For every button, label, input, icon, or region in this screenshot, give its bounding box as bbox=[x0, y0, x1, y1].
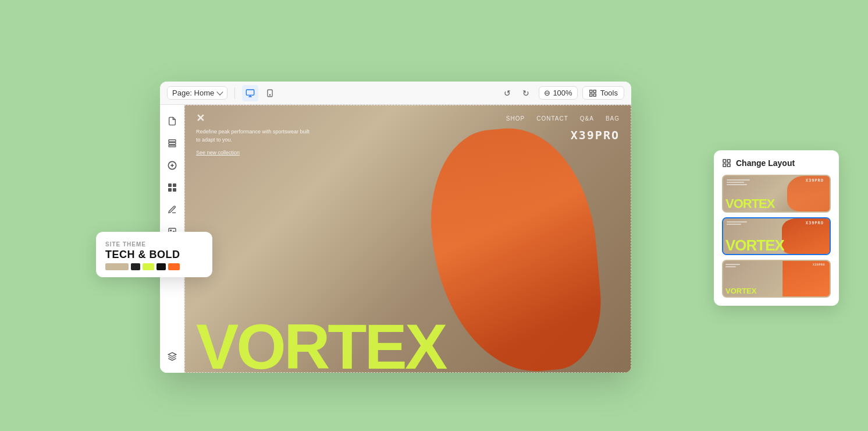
editor-toolbar: Page: Home ↺ ↻ ⊖ 100% bbox=[160, 82, 631, 105]
lp1-text-lines bbox=[727, 179, 750, 186]
editor-canvas[interactable]: ✕ SHOP CONTACT Q&A BAG Redefine peak per… bbox=[184, 105, 631, 373]
swatch-black-1 bbox=[131, 263, 140, 270]
sidebar-icon-add[interactable] bbox=[163, 156, 182, 175]
layout-preview-1: X39PRO VORTEX bbox=[723, 176, 830, 211]
device-icons-group bbox=[242, 85, 278, 101]
hero-tagline: Redefine peak performance with sportswea… bbox=[196, 128, 312, 144]
svg-rect-16 bbox=[723, 160, 726, 162]
undo-button[interactable]: ↺ bbox=[499, 85, 515, 101]
svg-point-2 bbox=[270, 94, 271, 95]
redo-button[interactable]: ↻ bbox=[518, 85, 534, 101]
lp2-vortex: VORTEX bbox=[725, 238, 784, 253]
site-brand-mark: X39PRO bbox=[571, 128, 620, 142]
toolbar-right: ↺ ↻ ⊖ 100% Tools bbox=[499, 85, 624, 101]
swatch-tan bbox=[105, 263, 129, 270]
site-logo-x: ✕ bbox=[196, 112, 205, 125]
lp2-text-lines bbox=[727, 221, 747, 226]
tools-icon bbox=[589, 89, 597, 97]
swatch-black-2 bbox=[156, 263, 166, 270]
tools-label: Tools bbox=[600, 89, 618, 97]
editor-window: Page: Home ↺ ↻ ⊖ 100% bbox=[160, 82, 631, 373]
toolbar-divider-1 bbox=[234, 87, 235, 99]
swatch-orange bbox=[168, 263, 180, 270]
layout-option-2[interactable]: X39PRO VORTEX bbox=[722, 217, 831, 255]
theme-card-title: Tech & Bold bbox=[105, 249, 203, 261]
sidebar-icon-layers[interactable] bbox=[163, 347, 182, 366]
hero-link: See new collection bbox=[196, 150, 240, 156]
change-layout-title: Change Layout bbox=[736, 158, 795, 168]
lp1-vortex: VORTEX bbox=[725, 197, 774, 210]
svg-rect-7 bbox=[169, 140, 176, 142]
site-nav-links: SHOP CONTACT Q&A BAG bbox=[506, 115, 620, 122]
lp1-brand: X39PRO bbox=[806, 178, 824, 183]
layout-option-1[interactable]: X39PRO VORTEX bbox=[722, 175, 831, 213]
change-layout-panel: Change Layout X39PRO VORTEX bbox=[714, 150, 839, 306]
tools-button[interactable]: Tools bbox=[582, 86, 624, 100]
svg-rect-8 bbox=[169, 143, 176, 144]
sidebar-icon-design[interactable] bbox=[163, 200, 182, 219]
svg-rect-9 bbox=[169, 145, 176, 147]
layout-preview-2: X39PRO VORTEX bbox=[723, 218, 830, 254]
sidebar-icon-sections[interactable] bbox=[163, 134, 182, 153]
svg-rect-5 bbox=[593, 94, 596, 96]
zoom-level-label: 100% bbox=[553, 89, 572, 97]
sidebar-icon-apps[interactable] bbox=[163, 178, 182, 197]
lp3-brand: X39PRO bbox=[813, 263, 825, 266]
layout-options: X39PRO VORTEX X39PRO VORTEX bbox=[722, 175, 831, 298]
svg-rect-6 bbox=[589, 94, 592, 96]
sidebar-icon-pages[interactable] bbox=[163, 112, 182, 130]
nav-link-contact: CONTACT bbox=[536, 115, 568, 122]
theme-swatches bbox=[105, 263, 203, 270]
svg-rect-17 bbox=[727, 160, 730, 162]
svg-point-14 bbox=[170, 230, 171, 231]
lp3-vortex: VORTEX bbox=[725, 287, 756, 295]
site-hero-text: Redefine peak performance with sportswea… bbox=[196, 128, 312, 157]
layout-panel-icon bbox=[722, 158, 731, 168]
site-vortex-text: VORTEX bbox=[196, 315, 445, 373]
lp2-brand: X39PRO bbox=[806, 221, 824, 225]
page-selector-chevron-icon bbox=[217, 89, 223, 95]
theme-card: SITE THEME Tech & Bold bbox=[96, 232, 212, 277]
undo-redo-group: ↺ ↻ bbox=[499, 85, 534, 101]
editor-content: ✕ SHOP CONTACT Q&A BAG Redefine peak per… bbox=[160, 105, 631, 373]
lp3-text-lines bbox=[725, 264, 740, 269]
nav-link-qa: Q&A bbox=[580, 115, 594, 122]
svg-rect-18 bbox=[727, 164, 730, 167]
page-selector[interactable]: Page: Home bbox=[167, 86, 227, 100]
theme-card-label: SITE THEME bbox=[105, 241, 203, 248]
desktop-device-button[interactable] bbox=[242, 85, 258, 101]
svg-rect-0 bbox=[247, 90, 254, 95]
nav-link-bag: BAG bbox=[606, 115, 620, 122]
svg-rect-3 bbox=[589, 90, 592, 92]
nav-link-shop: SHOP bbox=[506, 115, 525, 122]
svg-rect-4 bbox=[593, 90, 596, 92]
zoom-control[interactable]: ⊖ 100% bbox=[539, 86, 577, 100]
panel-header: Change Layout bbox=[722, 158, 831, 168]
svg-rect-19 bbox=[723, 164, 726, 167]
lp3-right bbox=[782, 261, 830, 296]
layout-option-3[interactable]: X39PRO VORTEX bbox=[722, 260, 831, 298]
svg-marker-15 bbox=[168, 352, 176, 356]
page-selector-label: Page: Home bbox=[172, 89, 214, 97]
zoom-icon: ⊖ bbox=[544, 89, 550, 97]
layout-preview-3: X39PRO VORTEX bbox=[723, 261, 830, 296]
mobile-device-button[interactable] bbox=[262, 85, 278, 101]
swatch-lime bbox=[143, 263, 154, 270]
